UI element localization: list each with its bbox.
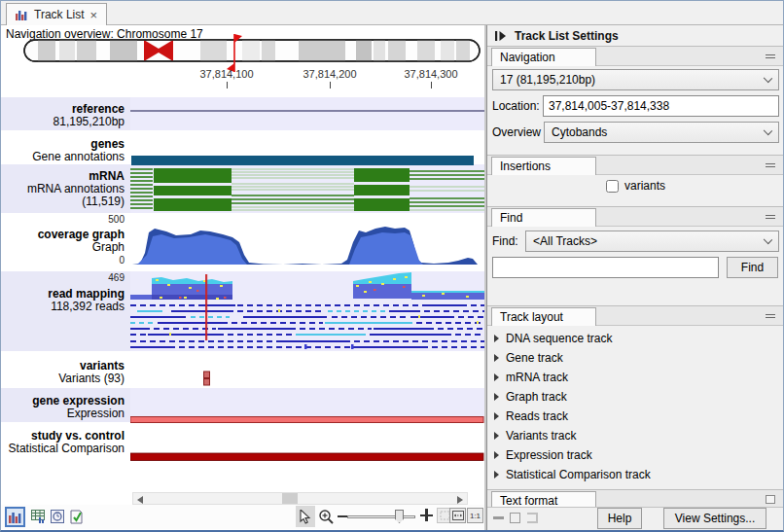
track-list-view-button[interactable] <box>5 507 25 527</box>
expander-icon[interactable] <box>494 354 499 362</box>
overview-select[interactable]: Cytobands <box>544 122 779 143</box>
tab-bar: Track List × <box>1 1 783 25</box>
track-list-view: Navigation overview: Chromosome 17 <box>1 25 484 530</box>
current-position-line <box>205 274 207 340</box>
view-settings-button[interactable]: View Settings... <box>663 508 766 529</box>
collapse-icon[interactable] <box>766 163 775 167</box>
zoom-100-button[interactable]: 1:1 <box>467 508 483 523</box>
track-layout-section-header[interactable]: Track layout <box>487 305 783 326</box>
location-label: Location: <box>492 99 540 113</box>
layout-item-gene[interactable]: Gene track <box>494 349 563 367</box>
overview-label: Overview <box>492 125 541 139</box>
find-label: Find: <box>492 234 518 248</box>
ruler-tick <box>431 82 432 89</box>
tab-title: Track List <box>34 8 85 21</box>
tracks-area: reference 81,195,210bp genes Gene annota… <box>1 97 484 487</box>
find-button[interactable]: Find <box>727 257 778 278</box>
help-button[interactable]: Help <box>597 508 642 529</box>
ruler-tick <box>227 82 228 89</box>
pointer-tool-button[interactable] <box>296 506 315 527</box>
variants-checkbox[interactable] <box>606 180 619 193</box>
ruler-tick-label: 37,814,100 <box>199 68 253 80</box>
expander-icon[interactable] <box>494 335 499 342</box>
table-view-button[interactable] <box>28 507 49 527</box>
variant-marker <box>204 372 210 385</box>
find-section-header[interactable]: Find <box>487 206 783 227</box>
side-panel: Track List Settings Navigation 17 (81,19… <box>486 25 783 530</box>
read-rows <box>130 305 484 347</box>
element-info-view-button[interactable] <box>67 507 88 527</box>
find-input[interactable] <box>492 257 719 278</box>
gene-annotation-bar <box>131 156 474 165</box>
chevron-down-icon <box>764 235 772 244</box>
track-label-variants[interactable]: variants Variants (93) <box>1 351 130 388</box>
expander-icon[interactable] <box>494 451 499 459</box>
chromosome-select[interactable]: 17 (81,195,210bp) <box>492 69 779 90</box>
layout-item-reads[interactable]: Reads track <box>494 408 568 425</box>
layout-item-mrna[interactable]: mRNA track <box>494 369 568 386</box>
read-mapping-condensed <box>130 272 484 300</box>
tracks-canvas[interactable] <box>130 97 484 487</box>
layout-item-dna-sequence[interactable]: DNA sequence track <box>494 330 612 347</box>
side-panel-icon[interactable] <box>494 30 507 42</box>
dock-panel-icon <box>527 513 538 523</box>
tab-close-icon[interactable]: × <box>90 9 98 21</box>
layout-item-graph[interactable]: Graph track <box>494 388 567 406</box>
chromosome-ideogram[interactable] <box>1 34 484 73</box>
scrollbar-thumb[interactable] <box>282 493 298 504</box>
insertions-section-header[interactable]: Insertions <box>487 155 783 175</box>
track-label-reference[interactable]: reference 81,195,210bp <box>1 97 130 130</box>
collapse-icon[interactable] <box>766 314 775 318</box>
horizontal-scrollbar[interactable] <box>132 492 468 505</box>
chevron-down-icon <box>764 74 772 83</box>
layout-item-expression[interactable]: Expression track <box>494 446 592 464</box>
expander-icon[interactable] <box>494 471 499 479</box>
chevron-down-icon <box>764 126 772 135</box>
tab-track-list[interactable]: Track List × <box>6 3 107 25</box>
app-window: Track List × Navigation overview: Chromo… <box>0 0 784 532</box>
fit-width-button[interactable] <box>449 508 466 523</box>
collapse-icon[interactable] <box>766 215 775 219</box>
collapse-all-icon[interactable] <box>493 516 504 519</box>
track-label-coverage[interactable]: 500 coverage graph Graph 0 <box>1 213 130 271</box>
collapse-icon[interactable] <box>766 54 775 58</box>
history-view-button[interactable] <box>48 507 68 527</box>
expander-icon[interactable] <box>494 432 499 440</box>
coverage-graph <box>132 227 478 265</box>
new-view-icon[interactable] <box>510 513 520 523</box>
comparison-bar <box>130 453 483 461</box>
layout-item-statistical-comparison[interactable]: Statistical Comparison track <box>494 466 651 483</box>
side-panel-header: Track List Settings <box>487 25 783 46</box>
scroll-right-icon[interactable] <box>457 496 463 504</box>
expand-section-icon[interactable] <box>766 495 775 504</box>
track-label-reads[interactable]: 469 read mapping 118,392 reads <box>1 271 130 351</box>
view-toolbar: 1:1 <box>1 505 484 529</box>
layout-item-variants[interactable]: Variants track <box>494 427 576 444</box>
scroll-left-icon[interactable] <box>137 496 143 504</box>
track-label-study[interactable]: study vs. control Statistical Comparison <box>1 422 130 487</box>
navigation-section-header[interactable]: Navigation <box>487 46 783 66</box>
track-list-icon <box>16 9 28 20</box>
expander-icon[interactable] <box>494 373 499 381</box>
track-label-genes[interactable]: genes Gene annotations (2,903) <box>1 130 130 164</box>
zoom-slider-thumb[interactable] <box>395 510 404 523</box>
track-label-mrna[interactable]: mRNA mRNA annotations (11,519) <box>1 164 130 213</box>
variants-checkbox-row: variants <box>606 179 665 193</box>
zoom-tool-button[interactable] <box>316 506 336 527</box>
ruler-tick-label: 37,814,200 <box>303 68 356 80</box>
location-input[interactable] <box>543 95 779 117</box>
expression-bar <box>130 417 483 423</box>
find-scope-select[interactable]: <All Tracks> <box>525 231 779 252</box>
expander-icon[interactable] <box>494 412 499 420</box>
side-panel-footer: Help View Settings... <box>487 507 783 530</box>
zoom-slider[interactable] <box>347 515 415 518</box>
track-label-expression[interactable]: gene expression Expression <box>1 388 130 422</box>
expander-icon[interactable] <box>494 393 499 401</box>
zoom-in-icon[interactable] <box>419 508 434 522</box>
ruler-tick <box>330 82 331 89</box>
ruler-tick-label: 37,814,300 <box>404 68 457 80</box>
